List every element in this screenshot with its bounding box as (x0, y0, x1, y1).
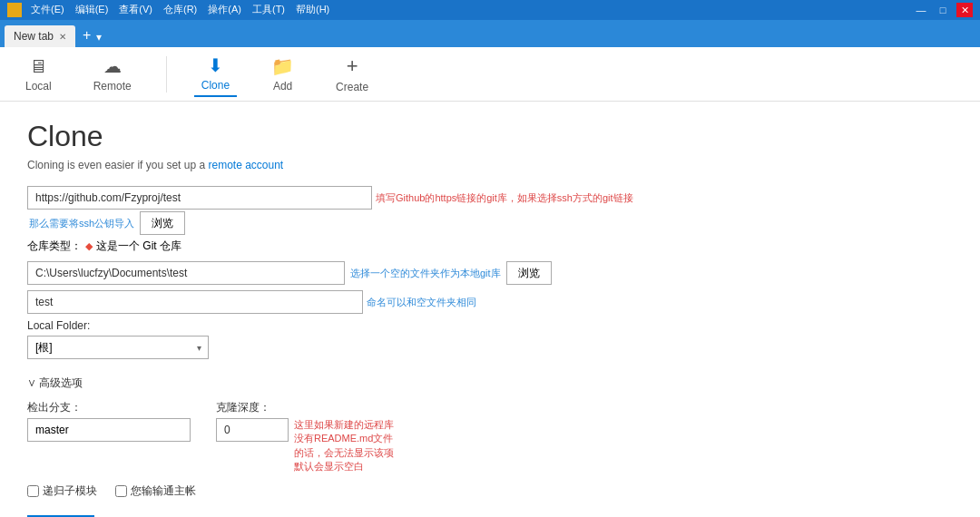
advanced-toggle[interactable]: ∨ 高级选项 (27, 376, 953, 391)
tab-close-button[interactable]: ✕ (59, 32, 66, 42)
toolbar-item-clone[interactable]: ⬇ Clone (194, 51, 237, 97)
repo-type-value: 这是一个 Git 仓库 (96, 239, 181, 254)
lfs-label: 您输输通主帐 (131, 483, 196, 499)
title-bar-left: 文件(E) 编辑(E) 查看(V) 仓库(R) 操作(A) 工具(T) 帮助(H… (7, 3, 329, 17)
minimize-button[interactable]: — (913, 3, 929, 17)
local-icon: 🖥 (29, 56, 47, 77)
local-folder-label: Local Folder: (27, 319, 953, 332)
close-button[interactable]: ✕ (956, 3, 973, 17)
depth-input[interactable] (216, 418, 289, 442)
clone-depth-group: 克隆深度： 这里如果新建的远程库没有README.md文件的话，会无法显示该项 … (216, 400, 397, 474)
toolbar: 🖥 Local ☁ Remote ⬇ Clone 📁 Add + Create (0, 47, 980, 102)
tab-bar: New tab ✕ + ▾ (0, 20, 980, 47)
checkout-branch-group: 检出分支： master (27, 400, 209, 474)
add-label: Add (273, 80, 292, 93)
name-input[interactable] (27, 290, 363, 314)
url-input[interactable] (27, 186, 372, 210)
lfs-item: 您输输通主帐 (115, 483, 196, 499)
remote-account-link[interactable]: remote account (208, 159, 283, 171)
title-bar-menu: 文件(E) 编辑(E) 查看(V) 仓库(R) 操作(A) 工具(T) 帮助(H… (31, 3, 329, 17)
advanced-section: ∨ 高级选项 检出分支： master 克隆深度： 这里如果新建的远程库没有RE… (27, 376, 953, 499)
new-tab-button[interactable]: + (79, 27, 94, 44)
remote-icon: ☁ (103, 55, 122, 77)
app-icon (7, 3, 22, 17)
tab-dropdown-arrow[interactable]: ▾ (96, 31, 102, 44)
menu-repo[interactable]: 仓库(R) (163, 3, 197, 17)
add-icon: 📁 (271, 55, 294, 77)
toolbar-item-create[interactable]: + Create (328, 51, 376, 97)
folder-select[interactable]: [根] (27, 336, 209, 359)
toolbar-item-add[interactable]: 📁 Add (264, 52, 301, 96)
clone-depth-label: 克隆深度： (216, 400, 397, 415)
folder-select-wrapper: [根] ▾ (27, 336, 209, 359)
branch-select[interactable]: master (27, 418, 191, 442)
url-browse-button[interactable]: 浏览 (140, 211, 185, 235)
subtitle: Cloning is even easier if you set up a r… (27, 159, 953, 171)
url-annotation2: 那么需要将ssh公钥导入 (29, 217, 134, 230)
new-tab[interactable]: New tab ✕ (5, 25, 75, 47)
repo-type-label: 仓库类型： (27, 239, 82, 254)
depth-annotation2: 默认会显示空白 (294, 461, 364, 472)
toolbar-item-remote[interactable]: ☁ Remote (86, 52, 139, 96)
recursive-submodule-label: 递归子模块 (43, 483, 97, 499)
diamond-icon: ◆ (85, 240, 93, 252)
local-label: Local (25, 80, 52, 93)
path-browse-button[interactable]: 浏览 (506, 261, 552, 285)
advanced-grid: 检出分支： master 克隆深度： 这里如果新建的远程库没有README.md… (27, 400, 953, 474)
page-title: Clone (27, 120, 953, 153)
create-icon: + (347, 54, 358, 78)
menu-edit[interactable]: 编辑(E) (75, 3, 109, 17)
checkout-branch-label: 检出分支： (27, 400, 209, 415)
lfs-checkbox[interactable] (115, 485, 127, 497)
tab-label: New tab (14, 30, 54, 43)
main-content: Clone Cloning is even easier if you set … (0, 102, 980, 517)
title-bar-controls: — □ ✕ (913, 3, 973, 17)
menu-action[interactable]: 操作(A) (208, 3, 241, 17)
restore-button[interactable]: □ (935, 3, 951, 17)
menu-view[interactable]: 查看(V) (119, 3, 152, 17)
checkboxes-row: 递归子模块 您输输通主帐 (27, 483, 953, 499)
path-input[interactable] (27, 261, 345, 285)
repo-type-row: 仓库类型： ◆ 这是一个 Git 仓库 (27, 239, 953, 254)
path-annotation: 选择一个空的文件夹作为本地git库 (350, 267, 501, 280)
subtitle-text: Cloning is even easier if you set up a (27, 159, 205, 171)
menu-tools[interactable]: 工具(T) (252, 3, 285, 17)
clone-icon: ⬇ (208, 54, 223, 76)
create-label: Create (336, 81, 368, 93)
toolbar-item-local[interactable]: 🖥 Local (18, 53, 59, 96)
clone-label: Clone (201, 79, 230, 92)
menu-file[interactable]: 文件(E) (31, 3, 64, 17)
url-annotation: 填写Github的https链接的git库，如果选择ssh方式的git链接 (376, 191, 633, 205)
recursive-submodule-item: 递归子模块 (27, 483, 97, 499)
toolbar-divider (166, 56, 167, 93)
depth-annotation: 这里如果新建的远程库没有README.md文件的话，会无法显示该项 (294, 419, 394, 458)
menu-help[interactable]: 帮助(H) (296, 3, 329, 17)
name-annotation: 命名可以和空文件夹相同 (367, 296, 476, 309)
recursive-submodule-checkbox[interactable] (27, 485, 39, 497)
title-bar: 文件(E) 编辑(E) 查看(V) 仓库(R) 操作(A) 工具(T) 帮助(H… (0, 0, 980, 20)
remote-label: Remote (93, 80, 132, 93)
